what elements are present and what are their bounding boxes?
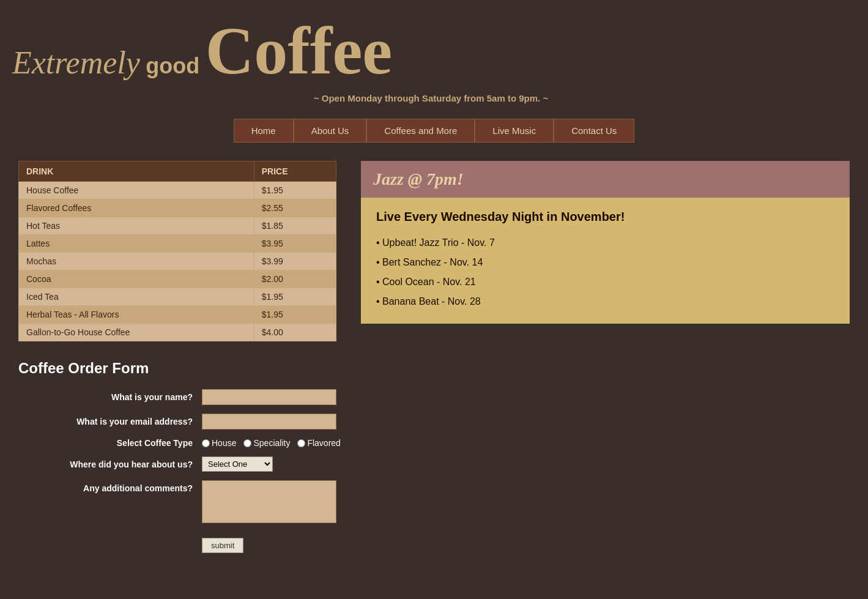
form-row-name: What is your name? [18,389,336,405]
heard-label: Where did you hear about us? [18,459,202,469]
jazz-box: Jazz @ 7pm! Live Every Wednesday Night i… [361,161,850,324]
drink-cell: Flavored Coffees [19,199,254,217]
radio-house-label[interactable]: House [202,438,236,448]
price-table: DRINK PRICE House Coffee$1.95Flavored Co… [18,161,336,341]
drink-cell: Cocoa [19,270,254,288]
form-row-coffee-type: Select Coffee Type House Speciality Flav… [18,438,336,448]
table-row: Herbal Teas - All Flavors$1.95 [19,306,336,324]
drink-cell: Lattes [19,235,254,253]
drink-cell: Herbal Teas - All Flavors [19,306,254,324]
jazz-body: Live Every Wednesday Night in November! … [361,198,850,324]
price-cell: $1.95 [254,306,336,324]
jazz-event-item: Upbeat! Jazz Trio - Nov. 7 [376,233,834,253]
nav-coffees-and-more[interactable]: Coffees and More [366,119,475,143]
right-column: Jazz @ 7pm! Live Every Wednesday Night i… [361,161,850,553]
nav-contact-us[interactable]: Contact Us [554,119,634,143]
navigation: Home About Us Coffees and More Live Musi… [0,119,868,143]
header: Extremely good Coffee ~ Open Monday thro… [0,0,868,119]
nav-live-music[interactable]: Live Music [475,119,554,143]
table-row: Flavored Coffees$2.55 [19,199,336,217]
price-cell: $1.85 [254,217,336,235]
name-label: What is your name? [18,392,202,402]
logo-coffee: Coffee [206,13,392,88]
order-form: Coffee Order Form What is your name? Wha… [18,360,336,553]
coffee-type-label: Select Coffee Type [18,438,202,448]
comments-label: Any additional comments? [18,480,202,493]
col-drink: DRINK [19,162,254,182]
email-input[interactable] [202,414,336,430]
drink-cell: Hot Teas [19,217,254,235]
left-column: DRINK PRICE House Coffee$1.95Flavored Co… [18,161,336,553]
table-row: Mochas$3.99 [19,253,336,270]
col-price: PRICE [254,162,336,182]
jazz-event-item: Cool Ocean - Nov. 21 [376,272,834,292]
email-label: What is your email address? [18,417,202,426]
nav-home[interactable]: Home [234,119,294,143]
radio-speciality-label[interactable]: Speciality [243,438,290,448]
table-row: Hot Teas$1.85 [19,217,336,235]
form-row-comments: Any additional comments? [18,480,336,523]
form-row-heard: Where did you hear about us? Select One … [18,456,336,472]
price-table-body: House Coffee$1.95Flavored Coffees$2.55Ho… [19,182,336,341]
price-cell: $1.95 [254,288,336,306]
coffee-type-radio-group: House Speciality Flavored [202,438,341,448]
radio-flavored-label[interactable]: Flavored [297,438,340,448]
price-cell: $1.95 [254,182,336,199]
jazz-subtitle: Live Every Wednesday Night in November! [376,210,834,224]
comments-textarea[interactable] [202,480,336,523]
price-cell: $3.99 [254,253,336,270]
radio-flavored[interactable] [297,439,305,447]
logo-container: Extremely good Coffee [12,12,850,90]
price-cell: $2.55 [254,199,336,217]
logo-extremely: Extremely [12,45,140,80]
table-row: Gallon-to-Go House Coffee$4.00 [19,324,336,341]
jazz-event-list: Upbeat! Jazz Trio - Nov. 7Bert Sanchez -… [376,233,834,311]
price-cell: $3.95 [254,235,336,253]
table-row: Lattes$3.95 [19,235,336,253]
drink-cell: Mochas [19,253,254,270]
submit-button[interactable]: submit [202,538,243,553]
drink-cell: Gallon-to-Go House Coffee [19,324,254,341]
form-row-email: What is your email address? [18,414,336,430]
drink-cell: House Coffee [19,182,254,199]
table-row: Iced Tea$1.95 [19,288,336,306]
tagline: ~ Open Monday through Saturday from 5am … [12,93,850,103]
jazz-header: Jazz @ 7pm! [361,161,850,198]
nav-about-us[interactable]: About Us [294,119,367,143]
drink-cell: Iced Tea [19,288,254,306]
radio-speciality[interactable] [243,439,251,447]
name-input[interactable] [202,389,336,405]
price-cell: $2.00 [254,270,336,288]
main-content: DRINK PRICE House Coffee$1.95Flavored Co… [0,161,868,553]
price-cell: $4.00 [254,324,336,341]
table-row: Cocoa$2.00 [19,270,336,288]
radio-house[interactable] [202,439,210,447]
jazz-event-item: Bert Sanchez - Nov. 14 [376,253,834,272]
logo-good: good [146,53,199,78]
order-form-title: Coffee Order Form [18,360,336,377]
heard-select[interactable]: Select One Friend Advertisement Internet… [202,456,273,472]
submit-row: submit [18,532,336,553]
table-row: House Coffee$1.95 [19,182,336,199]
jazz-event-item: Banana Beat - Nov. 28 [376,292,834,311]
